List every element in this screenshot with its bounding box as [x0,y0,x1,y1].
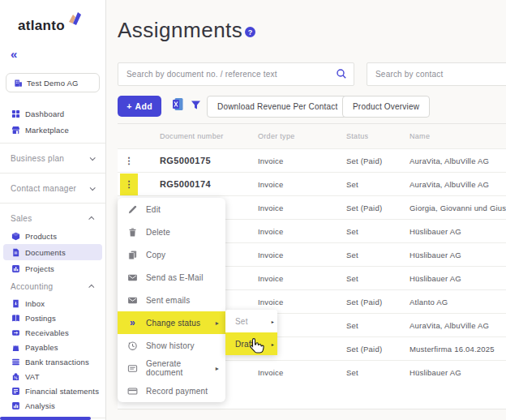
search-icon[interactable] [336,68,347,83]
sidebar-item-label: Financial statements [25,387,99,396]
cell-status: Set [346,368,410,377]
row-menu-button[interactable]: ⋮ [120,150,138,172]
search-contact-input[interactable] [367,62,506,86]
cell-status: Set (Paid) [346,298,410,306]
plus-icon: + [126,101,131,111]
mouse-cursor-hand-icon [246,336,264,360]
menu-item-record-payment[interactable]: Record payment [118,379,225,402]
sidebar-section-contact-manager[interactable]: Contact manager [0,178,105,198]
excel-export-icon[interactable] [172,97,184,114]
kebab-icon: ⋮ [124,180,133,189]
logo-text: atlanto [18,18,65,34]
sidebar-collapse-button[interactable]: « [11,47,105,63]
search-document-input[interactable] [118,62,354,86]
sidebar-item-label: Payables [25,343,58,352]
cell-name: Hüslibauer AG [410,274,506,283]
cell-name: Atlanto AG [410,298,506,306]
credit-card-icon [127,386,138,396]
analysis-chart-icon [11,401,20,410]
chevron-up-icon [88,284,94,289]
sidebar-section-business-plan[interactable]: Business plan [0,148,105,168]
menu-item-copy[interactable]: Copy [118,243,225,266]
add-button[interactable]: + Add [118,96,161,117]
company-selector[interactable]: Test Demo AG [6,73,100,92]
sidebar-item-documents[interactable]: Documents [3,244,102,260]
help-icon[interactable]: ? [245,27,255,37]
pencil-icon [127,204,138,215]
sidebar-item-projects[interactable]: Projects [0,260,105,276]
table-header: Document number Order type Status Name [118,124,506,148]
menu-item-sent-emails[interactable]: Sent emails [118,289,225,311]
cell-order-type: Invoice [258,274,346,283]
cell-name: AuraVita, AlbuVille AG [410,321,506,330]
menu-item-send-email[interactable]: Send as E-Mail [118,266,225,289]
envelope-icon [127,272,138,283]
logo[interactable]: atlanto [0,0,105,36]
menu-item-edit[interactable]: Edit [118,198,225,221]
inbox-icon [11,298,20,308]
kebab-icon: ⋮ [124,156,133,165]
row-menu-button-active[interactable]: ⋮ [120,174,138,195]
double-chevron-icon: » [127,318,138,328]
book-icon [11,313,20,323]
sidebar-item-inbox[interactable]: Inbox [0,296,105,311]
trash-icon [127,227,138,238]
download-revenue-button[interactable]: Download Revenue Per Contact [207,96,348,118]
sidebar-item-label: Bank transactions [25,358,89,366]
cell-status: Set (Paid) [346,204,410,212]
product-overview-button[interactable]: Product Overview [342,96,430,118]
sidebar-item-products[interactable]: Products [0,228,105,244]
submenu-arrow-icon: ▸ [272,319,274,324]
cell-order-type: Invoice [258,368,346,377]
cell-order-type: Invoice [258,180,346,189]
menu-item-show-history[interactable]: Show history [118,334,225,357]
atlanto-logo-icon [66,11,83,31]
cell-order-type: Invoice [258,251,346,259]
cell-order-type: Invoice [258,298,346,306]
sidebar-item-postings[interactable]: Postings [0,311,105,325]
sidebar-item-dashboard[interactable]: Dashboard [0,105,105,122]
cell-name: AuraVita, AlbuVille AG [410,156,506,165]
cell-status: Set [346,274,410,283]
bank-lines-icon [11,357,20,366]
divider [0,203,105,204]
chevron-down-icon [90,185,96,191]
cube-icon [11,231,20,241]
table-row[interactable]: ⋮ RG5000175 Invoice Set (Paid) AuraVita,… [118,148,506,172]
sidebar-item-analysis[interactable]: Analysis [0,398,105,413]
sidebar-item-receivables[interactable]: Receivables [0,325,105,340]
history-clock-icon [127,341,138,351]
sidebar-item-bank-transactions[interactable]: Bank transactions [0,354,105,369]
sidebar: atlanto « Test Demo AG Dashboard Marketp… [0,0,106,420]
filter-icon[interactable] [191,99,201,114]
sidebar-item-payables[interactable]: Payables [0,340,105,354]
chevron-up-icon [88,216,94,221]
chevron-down-icon [90,155,96,161]
sidebar-nav: Dashboard Marketplace Business plan Cont… [0,105,105,420]
menu-item-delete[interactable]: Delete [118,221,225,243]
divider [0,173,105,174]
company-name: Test Demo AG [27,79,79,88]
row-context-menu: Edit Delete Copy Send as E-Mail Sent ema… [118,198,225,402]
sidebar-scrollbar[interactable] [0,417,91,420]
sidebar-section-accounting[interactable]: Accounting [0,276,105,296]
sidebar-section-sales[interactable]: Sales [0,208,105,228]
sidebar-item-label: Marketplace [25,126,69,135]
cell-status: Set [346,227,410,236]
menu-item-change-status[interactable]: » Change status ▸ [118,311,225,334]
cell-status: Set (Paid) [346,345,410,354]
dashboard-icon [11,109,20,118]
document-icon [11,247,20,257]
copy-icon [127,250,138,260]
envelope-icon [127,295,138,306]
bar-chart-icon [11,264,20,273]
menu-item-generate-document[interactable]: Generate document ▸ [118,357,225,379]
submenu-item-set[interactable]: Set ▸ [225,310,277,332]
storefront-icon [11,125,20,135]
sidebar-item-financial-statements[interactable]: Financial statements [0,384,105,398]
cell-name: AuraVita, AlbuVille AG [410,180,506,189]
sidebar-item-marketplace[interactable]: Marketplace [0,122,105,138]
table-row[interactable]: ⋮ RG5000174 Invoice Set AuraVita, AlbuVi… [118,172,506,195]
sidebar-item-label: Documents [25,248,66,257]
sidebar-item-vat[interactable]: VAT [0,369,105,384]
